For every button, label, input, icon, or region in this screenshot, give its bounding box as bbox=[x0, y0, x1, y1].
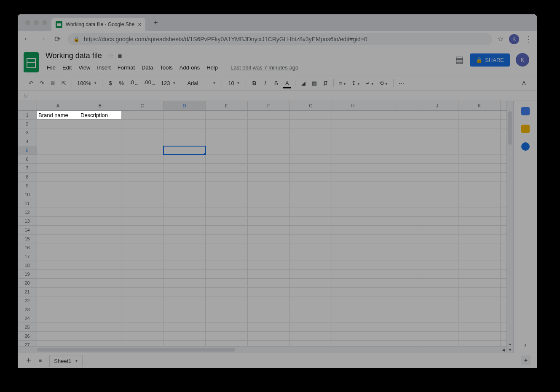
cell-E10[interactable] bbox=[206, 190, 248, 199]
cell-D26[interactable] bbox=[163, 332, 206, 340]
cell-K10[interactable] bbox=[458, 190, 501, 199]
cell-D19[interactable] bbox=[163, 270, 206, 278]
cell-J8[interactable] bbox=[416, 173, 458, 181]
cell-F18[interactable] bbox=[248, 261, 290, 269]
cell-B5[interactable] bbox=[79, 146, 121, 155]
cell-B15[interactable] bbox=[79, 235, 121, 243]
cell-K21[interactable] bbox=[458, 288, 501, 296]
bold-button[interactable]: B bbox=[249, 78, 259, 88]
cell-E17[interactable] bbox=[206, 252, 248, 261]
cell-A22[interactable] bbox=[37, 296, 79, 305]
cell-E21[interactable] bbox=[206, 288, 248, 296]
cell-A13[interactable] bbox=[37, 217, 79, 225]
cell-F15[interactable] bbox=[248, 235, 290, 243]
cell-K24[interactable] bbox=[458, 314, 501, 323]
cell-C1[interactable] bbox=[121, 111, 163, 119]
row-header-10[interactable]: 10 bbox=[18, 190, 37, 199]
row-header-13[interactable]: 13 bbox=[18, 217, 37, 225]
cell-H8[interactable] bbox=[332, 173, 374, 181]
cell-J25[interactable] bbox=[416, 323, 458, 331]
cell-F7[interactable] bbox=[248, 164, 290, 172]
cell-H22[interactable] bbox=[332, 296, 374, 305]
cell-I27[interactable] bbox=[374, 341, 416, 346]
cell-G17[interactable] bbox=[290, 252, 332, 261]
row-header-5[interactable]: 5 bbox=[18, 146, 37, 155]
cell-D2[interactable] bbox=[163, 120, 206, 128]
cell-H13[interactable] bbox=[332, 217, 374, 225]
cell-A18[interactable] bbox=[37, 261, 79, 269]
cell-K9[interactable] bbox=[458, 181, 501, 190]
cell-J1[interactable] bbox=[416, 111, 458, 119]
horizontal-scrollbar[interactable]: ◀ ▶ bbox=[18, 346, 513, 353]
column-header-E[interactable]: E bbox=[206, 101, 248, 110]
cell-E25[interactable] bbox=[206, 323, 248, 331]
sheets-logo-icon[interactable] bbox=[24, 52, 39, 72]
cell-C23[interactable] bbox=[121, 305, 163, 314]
url-field[interactable]: 🔒 https://docs.google.com/spreadsheets/d… bbox=[67, 33, 492, 45]
cell-I1[interactable] bbox=[374, 111, 416, 119]
reload-button[interactable]: ⟳ bbox=[52, 35, 62, 44]
add-sheet-button[interactable]: + bbox=[26, 356, 31, 365]
cell-F12[interactable] bbox=[248, 208, 290, 216]
cell-E20[interactable] bbox=[206, 279, 248, 287]
menu-edit[interactable]: Edit bbox=[59, 63, 75, 72]
cell-C12[interactable] bbox=[121, 208, 163, 216]
column-header-C[interactable]: C bbox=[121, 101, 163, 110]
cell-K22[interactable] bbox=[458, 296, 501, 305]
cell-J9[interactable] bbox=[416, 181, 458, 190]
cell-G21[interactable] bbox=[290, 288, 332, 296]
cell-B10[interactable] bbox=[79, 190, 121, 199]
window-controls[interactable] bbox=[21, 20, 51, 25]
cell-D18[interactable] bbox=[163, 261, 206, 269]
borders-button[interactable]: ▦ bbox=[310, 78, 319, 88]
cell-G22[interactable] bbox=[290, 296, 332, 305]
cell-E23[interactable] bbox=[206, 305, 248, 314]
cell-F14[interactable] bbox=[248, 226, 290, 234]
cell-B3[interactable] bbox=[79, 128, 121, 137]
back-button[interactable]: ← bbox=[22, 35, 32, 43]
cell-F11[interactable] bbox=[248, 199, 290, 208]
cell-B22[interactable] bbox=[79, 296, 121, 305]
cell-A2[interactable] bbox=[37, 120, 79, 128]
cell-D9[interactable] bbox=[163, 181, 206, 190]
cell-I13[interactable] bbox=[374, 217, 416, 225]
row-header-8[interactable]: 8 bbox=[18, 173, 37, 181]
cell-I25[interactable] bbox=[374, 323, 416, 331]
share-button[interactable]: 🔒 SHARE bbox=[470, 53, 510, 67]
cell-G27[interactable] bbox=[290, 341, 332, 346]
cell-C25[interactable] bbox=[121, 323, 163, 331]
cell-A23[interactable] bbox=[37, 305, 79, 314]
cell-A15[interactable] bbox=[37, 235, 79, 243]
cell-H21[interactable] bbox=[332, 288, 374, 296]
cell-K8[interactable] bbox=[458, 173, 501, 181]
all-sheets-button[interactable]: ≡ bbox=[39, 357, 42, 364]
row-header-3[interactable]: 3 bbox=[18, 128, 37, 137]
cell-I11[interactable] bbox=[374, 199, 416, 208]
cell-E2[interactable] bbox=[206, 120, 248, 128]
row-header-24[interactable]: 24 bbox=[18, 314, 37, 323]
cell-J14[interactable] bbox=[416, 226, 458, 234]
row-header-6[interactable]: 6 bbox=[18, 155, 37, 163]
column-header-J[interactable]: J bbox=[416, 101, 458, 110]
cell-J11[interactable] bbox=[416, 199, 458, 208]
cell-C22[interactable] bbox=[121, 296, 163, 305]
forward-button[interactable]: → bbox=[37, 35, 47, 43]
format-percent-button[interactable]: % bbox=[117, 78, 126, 88]
cell-B13[interactable] bbox=[79, 217, 121, 225]
cell-C4[interactable] bbox=[121, 137, 163, 146]
cell-A4[interactable] bbox=[37, 137, 79, 146]
row-header-11[interactable]: 11 bbox=[18, 199, 37, 208]
cell-C24[interactable] bbox=[121, 314, 163, 323]
menu-tools[interactable]: Tools bbox=[157, 63, 175, 72]
cell-I3[interactable] bbox=[374, 128, 416, 137]
cell-I18[interactable] bbox=[374, 261, 416, 269]
cell-C9[interactable] bbox=[121, 181, 163, 190]
cell-D14[interactable] bbox=[163, 226, 206, 234]
cell-G20[interactable] bbox=[290, 279, 332, 287]
cell-K27[interactable] bbox=[458, 341, 501, 346]
cell-G23[interactable] bbox=[290, 305, 332, 314]
cell-F2[interactable] bbox=[248, 120, 290, 128]
cell-K26[interactable] bbox=[458, 332, 501, 340]
menu-addons[interactable]: Add-ons bbox=[177, 63, 203, 72]
column-header-B[interactable]: B bbox=[79, 101, 121, 110]
